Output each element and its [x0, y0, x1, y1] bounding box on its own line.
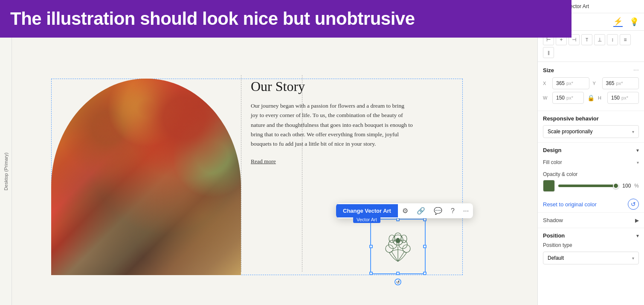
position-type-dropdown-arrow: ▾ — [632, 256, 634, 261]
reset-color-button[interactable]: Reset to original color — [543, 201, 597, 208]
sidebar-label: Desktop (Primary) — [3, 152, 9, 191]
opacity-slider-wrapper — [558, 185, 619, 187]
vector-art-svg — [377, 225, 419, 268]
handle-tm[interactable] — [396, 218, 400, 221]
banner-title: The illustration should look nice but un… — [10, 9, 415, 29]
flowers-overlay — [51, 79, 241, 275]
align-top-btn[interactable]: T — [581, 34, 592, 45]
shadow-arrow-icon: ▶ — [635, 217, 639, 223]
distribute-h-btn[interactable]: ≡ — [620, 34, 631, 45]
bulb-icon[interactable]: 💡 — [629, 17, 639, 26]
opacity-value: 100 — [622, 183, 631, 189]
color-row: 100 % — [543, 180, 639, 192]
x-value: 365 — [556, 80, 565, 86]
fill-color-row[interactable]: Fill color ▾ — [538, 158, 644, 169]
h-unit: px* — [621, 95, 628, 100]
position-type-dropdown-wrapper: Default ▾ — [538, 252, 644, 269]
chat-icon-button[interactable]: 💬 — [429, 203, 447, 218]
opacity-percent: % — [634, 183, 639, 189]
design-section-header[interactable]: Design ▾ — [538, 143, 644, 158]
text-section: Our Story Our journey began with a passi… — [251, 79, 413, 165]
position-type-dropdown[interactable]: Default ▾ — [543, 252, 639, 264]
size-more-icon[interactable]: ··· — [633, 66, 639, 74]
reset-color-row: Reset to original color ↺ — [538, 196, 644, 213]
svg-point-8 — [396, 238, 400, 243]
fill-color-arrow: ▾ — [637, 160, 639, 165]
design-title: Design — [543, 147, 561, 153]
size-section: Size ··· X 365 px* Y 365 px* W 150 px* 🔒… — [538, 62, 644, 111]
h-input[interactable]: 150 px* — [607, 92, 639, 104]
h-label: H — [598, 95, 604, 100]
w-input[interactable]: 150 px* — [552, 92, 584, 104]
y-unit: px* — [616, 81, 623, 86]
handle-bl[interactable] — [369, 272, 373, 275]
w-unit: px* — [566, 95, 573, 100]
responsive-section: Responsive behavior Scale proportionally… — [538, 111, 644, 143]
handle-br[interactable] — [423, 272, 426, 275]
handle-tr[interactable] — [423, 218, 426, 221]
design-chevron-icon: ▾ — [636, 147, 639, 153]
fill-color-label: Fill color — [543, 159, 562, 165]
help-icon-button[interactable]: ? — [447, 204, 459, 218]
photo-arch-container — [51, 79, 241, 275]
position-title: Position — [543, 232, 565, 239]
color-swatch[interactable] — [543, 180, 555, 192]
photo-arch — [51, 79, 241, 275]
editor-area: Desktop (Primary) Our Story Our journey … — [0, 0, 537, 305]
rotate-handle[interactable]: ↺ — [395, 279, 401, 285]
right-panel: Con... › Vector Art ⚡ 💡 ⊢ + ⊣ T ⊥ ↕ ≡ ‖ … — [537, 0, 644, 305]
w-label: W — [543, 95, 549, 100]
position-chevron-icon: ▾ — [636, 233, 639, 239]
settings-icon-button[interactable]: ⚙ — [398, 203, 412, 218]
x-label: X — [543, 81, 549, 86]
responsive-value: Scale proportionally — [548, 129, 592, 135]
x-unit: px* — [566, 81, 573, 86]
opacity-thumb[interactable] — [613, 183, 619, 189]
shadow-label: Shadow — [543, 217, 563, 223]
vector-art-label: Vector Art — [353, 216, 380, 223]
handle-ml[interactable] — [369, 245, 373, 248]
vector-art-element[interactable]: ↺ — [370, 219, 426, 274]
responsive-dropdown-arrow: ▾ — [632, 129, 634, 134]
lightning-icon[interactable]: ⚡ — [613, 17, 623, 27]
align-middle-btn[interactable]: ⊥ — [594, 34, 605, 45]
handle-bm[interactable] — [396, 272, 400, 275]
position-type-label: Position type — [538, 240, 644, 250]
opacity-track — [558, 185, 619, 187]
align-bottom-btn[interactable]: ↕ — [607, 34, 618, 45]
responsive-dropdown[interactable]: Scale proportionally ▾ — [543, 125, 639, 138]
h-value: 150 — [611, 95, 620, 101]
canvas: Our Story Our journey began with a passi… — [12, 38, 537, 305]
svg-point-6 — [389, 235, 395, 243]
lock-icon[interactable]: 🔒 — [587, 94, 595, 101]
change-vector-art-button[interactable]: Change Vector Art — [336, 204, 398, 217]
read-more-link[interactable]: Read more — [251, 158, 276, 164]
responsive-title: Responsive behavior — [543, 115, 599, 122]
distribute-v-btn[interactable]: ‖ — [543, 47, 554, 58]
top-banner: The illustration should look nice but un… — [0, 0, 571, 38]
position-type-value: Default — [548, 255, 564, 261]
w-value: 150 — [556, 95, 565, 101]
left-sidebar: Desktop (Primary) — [0, 38, 12, 305]
svg-point-7 — [401, 235, 407, 243]
size-section-header: Size ··· — [543, 66, 639, 74]
responsive-header: Responsive behavior — [543, 115, 639, 122]
xy-row: X 365 px* Y 365 px* — [543, 77, 639, 89]
y-label: Y — [593, 81, 599, 86]
opacity-section: Opacity & color 100 % — [538, 169, 644, 196]
position-header: Position ▾ — [538, 228, 644, 240]
story-title: Our Story — [251, 79, 413, 94]
more-icon-button[interactable]: ··· — [459, 204, 473, 218]
y-value: 365 — [606, 80, 615, 86]
opacity-label: Opacity & color — [543, 171, 639, 177]
size-title: Size — [543, 67, 554, 73]
y-input[interactable]: 365 px* — [602, 77, 639, 89]
story-body: Our journey began with a passion for flo… — [251, 101, 413, 149]
guide-line-1 — [241, 75, 241, 272]
reset-icon-button[interactable]: ↺ — [628, 199, 639, 210]
wh-row: W 150 px* 🔒 H 150 px* — [543, 92, 639, 104]
handle-mr[interactable] — [423, 245, 426, 248]
x-input[interactable]: 365 px* — [552, 77, 589, 89]
shadow-row[interactable]: Shadow ▶ — [538, 213, 644, 228]
link-icon-button[interactable]: 🔗 — [412, 203, 429, 218]
